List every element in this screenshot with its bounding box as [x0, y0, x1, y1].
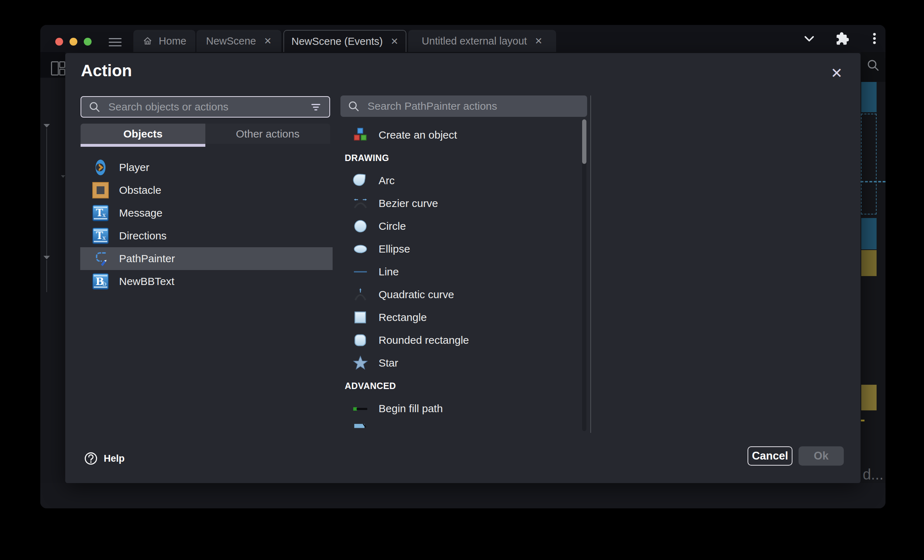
- event-fold-arrow-icon[interactable]: [44, 124, 50, 127]
- action-item-rectangle[interactable]: Rectangle: [340, 306, 581, 329]
- event-condition-block: [861, 82, 877, 112]
- circle-icon: [352, 218, 369, 234]
- panel-divider: [590, 96, 591, 433]
- event-fold-arrow-icon[interactable]: [61, 175, 65, 178]
- close-tab-icon[interactable]: ✕: [391, 36, 399, 47]
- event-drop-indicator: [861, 181, 885, 183]
- star-icon: [352, 355, 369, 371]
- action-item-begin-fill-path[interactable]: Begin fill path: [340, 397, 581, 420]
- object-label: Directions: [119, 230, 166, 242]
- clipped-item-icon: [352, 423, 369, 431]
- event-selection-outline: [861, 114, 877, 214]
- tab-label: Other actions: [236, 128, 300, 140]
- tab-other-actions[interactable]: Other actions: [206, 124, 330, 144]
- arc-icon: [352, 172, 369, 189]
- quadratic-curve-icon: [352, 286, 369, 303]
- kebab-menu-icon[interactable]: [867, 25, 882, 52]
- bbtext-icon: [92, 273, 109, 290]
- event-fold-arrow-icon[interactable]: [44, 256, 50, 259]
- action-item-create-an-object[interactable]: Create an object: [340, 124, 581, 147]
- action-label: Line: [379, 266, 399, 278]
- tab-label: NewScene: [206, 35, 256, 47]
- action-label: Begin fill path: [379, 403, 443, 415]
- action-label: Rounded rectangle: [379, 334, 469, 346]
- section-header-drawing: DRAWING: [340, 147, 581, 169]
- tab-label: Objects: [123, 128, 162, 140]
- action-item-line[interactable]: Line: [340, 261, 581, 283]
- action-label: Star: [379, 357, 398, 369]
- object-label: Obstacle: [119, 184, 161, 196]
- tab-untitled-external-layout[interactable]: Untitled external layout✕: [408, 30, 556, 52]
- help-label: Help: [104, 453, 125, 464]
- chevron-down-icon[interactable]: [801, 25, 817, 52]
- traffic-minimize-button[interactable]: [69, 38, 77, 46]
- section-label: ADVANCED: [345, 381, 396, 391]
- object-item-directions[interactable]: Directions: [80, 225, 333, 247]
- action-label: Ellipse: [379, 243, 410, 255]
- object-label: Player: [119, 162, 149, 174]
- ok-button[interactable]: Ok: [798, 446, 844, 466]
- help-button[interactable]: Help: [84, 451, 125, 466]
- tab-newscene-events-[interactable]: NewScene (Events)✕: [284, 30, 406, 52]
- action-item-ellipse[interactable]: Ellipse: [340, 238, 581, 261]
- traffic-zoom-button[interactable]: [84, 38, 92, 46]
- action-item-bezier-curve[interactable]: Bezier curve: [340, 192, 581, 215]
- tab-objects[interactable]: Objects: [81, 124, 206, 144]
- cancel-button[interactable]: Cancel: [747, 446, 792, 466]
- close-tab-icon[interactable]: ✕: [264, 36, 272, 46]
- extensions-puzzle-icon[interactable]: [834, 25, 849, 52]
- object-item-player[interactable]: Player: [80, 156, 333, 179]
- object-search-input[interactable]: [108, 100, 302, 113]
- create-object-icon: [352, 127, 369, 143]
- action-label: Create an object: [379, 129, 457, 141]
- search-icon: [88, 100, 101, 114]
- text-object-icon: [92, 205, 109, 222]
- event-connector-line: [46, 260, 47, 292]
- action-item-circle[interactable]: Circle: [340, 215, 581, 238]
- action-item-quadratic-curve[interactable]: Quadratic curve: [340, 283, 581, 306]
- pathpainter-icon: [92, 250, 109, 267]
- search-icon: [347, 99, 360, 113]
- object-item-newbbtext[interactable]: NewBBText: [80, 270, 333, 293]
- object-label: NewBBText: [119, 276, 174, 287]
- action-label: Arc: [379, 175, 394, 187]
- object-item-message[interactable]: Message: [80, 202, 333, 225]
- truncated-event-text: d...: [862, 466, 884, 483]
- actions-scrollbar[interactable]: [582, 119, 586, 431]
- event-link-fragment: [861, 420, 864, 421]
- event-condition-block: [861, 218, 877, 249]
- tab-label: Untitled external layout: [422, 35, 527, 47]
- object-item-obstacle[interactable]: Obstacle: [80, 179, 333, 202]
- bezier-curve-icon: [352, 195, 369, 212]
- object-label: Message: [119, 207, 162, 219]
- action-label: Rectangle: [379, 311, 427, 323]
- events-list-icon: [51, 61, 59, 75]
- home-icon: [142, 36, 153, 46]
- text-object-icon: [92, 227, 109, 244]
- ellipse-icon: [352, 241, 369, 257]
- line-icon: [352, 264, 369, 280]
- obstacle-icon: [92, 182, 109, 199]
- search-icon[interactable]: [866, 58, 880, 74]
- action-item-arc[interactable]: Arc: [340, 169, 581, 192]
- object-item-pathpainter[interactable]: PathPainter: [80, 247, 333, 270]
- action-item-rounded-rectangle[interactable]: Rounded rectangle: [340, 329, 581, 352]
- tab-label: NewScene (Events): [291, 36, 382, 47]
- traffic-close-button[interactable]: [55, 38, 63, 46]
- filter-icon[interactable]: [309, 100, 323, 114]
- action-label: Quadratic curve: [379, 289, 454, 301]
- hamburger-menu-icon[interactable]: [109, 38, 122, 46]
- section-label: DRAWING: [345, 153, 389, 163]
- scrollbar-thumb[interactable]: [582, 119, 586, 164]
- action-item-star[interactable]: Star: [340, 352, 581, 374]
- tab-home[interactable]: Home: [134, 30, 195, 52]
- action-search-input[interactable]: [367, 100, 581, 112]
- action-item-clipped[interactable]: [340, 420, 581, 431]
- action-label: Circle: [379, 220, 406, 232]
- close-icon[interactable]: ✕: [828, 64, 845, 82]
- action-dialog: Action ✕ ObjectsOther actions PlayerObst…: [65, 53, 861, 483]
- begin-fill-path-icon: [352, 400, 369, 417]
- object-tabs: ObjectsOther actions: [81, 124, 330, 144]
- tab-newscene[interactable]: NewScene✕: [196, 30, 281, 52]
- close-tab-icon[interactable]: ✕: [535, 36, 543, 46]
